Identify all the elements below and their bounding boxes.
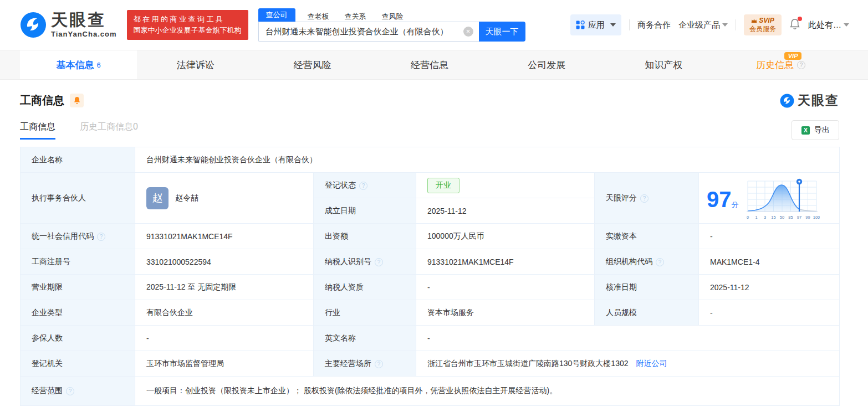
table-row: 企业类型 有限合伙企业 行业 资本市场服务 人员规模 - (21, 300, 840, 326)
score-unit: 分 (732, 200, 739, 209)
nearby-companies-link[interactable]: 附近公司 (636, 359, 667, 368)
business-scope-label: 经营范围 (32, 386, 63, 395)
help-icon[interactable] (375, 258, 383, 266)
tab-label: 基本信息 (56, 59, 94, 71)
establish-date-value: 2025-11-12 (427, 207, 467, 215)
search-input[interactable] (258, 22, 479, 42)
english-name-value: - (427, 334, 430, 343)
promo-banner: 都在用的商业查询工具 国家中小企业发展子基金旗下机构 (127, 10, 248, 40)
tab-intellectual-property[interactable]: 知识产权 (605, 50, 722, 79)
export-button[interactable]: X 导出 (792, 120, 839, 140)
divider (736, 19, 736, 30)
apps-menu[interactable]: 应用 (570, 14, 621, 35)
partner-name-link[interactable]: 赵令喆 (175, 193, 198, 203)
capital-label: 出资额 (325, 231, 348, 240)
account-menu[interactable]: 此处有… (808, 20, 849, 30)
help-icon[interactable] (66, 387, 74, 395)
svg-text:99: 99 (805, 215, 810, 220)
table-row: 企业名称 台州财通未来智能创业投资合伙企业（有限合伙） (21, 147, 840, 173)
table-row: 执行事务合伙人 赵 赵令喆 登记状态 开业 天眼评分 97分 (21, 173, 840, 198)
staff-size-value: - (710, 308, 713, 317)
registration-authority-value: 玉环市市场监督管理局 (146, 359, 224, 368)
help-icon[interactable] (359, 182, 367, 190)
search-tab-company[interactable]: 查公司 (258, 8, 295, 22)
svg-text:0: 0 (746, 215, 748, 220)
registration-status-label: 登记状态 (325, 181, 356, 189)
taxpayer-id-value: 91331021MAK1MCE14F (427, 258, 514, 266)
top-header: 天眼查 TianYanCha.com 都在用的商业查询工具 国家中小企业发展子基… (0, 0, 868, 50)
partner-avatar[interactable]: 赵 (146, 187, 169, 209)
help-icon[interactable] (656, 258, 664, 266)
tianyancha-logo-icon (780, 94, 794, 108)
company-name-value: 台州财通未来智能创业投资合伙企业（有限合伙） (146, 155, 317, 164)
org-code-value: MAK1MCE1-4 (710, 258, 759, 266)
enterprise-products-menu[interactable]: 企业级产品 (678, 20, 728, 30)
company-nav-tabs: 基本信息 6 法律诉讼 经营风险 经营信息 公司发展 知识产权 VIP 历史信息 (0, 50, 868, 80)
search-tab-relation[interactable]: 查关系 (345, 12, 366, 22)
company-name-label: 企业名称 (32, 155, 63, 164)
export-label: 导出 (814, 125, 830, 135)
tab-label: 历史信息 (756, 59, 794, 71)
tab-label: 知识产权 (645, 59, 682, 71)
search-tab-boss[interactable]: 查老板 (308, 12, 329, 22)
company-type-value: 有限合伙企业 (146, 308, 193, 317)
approval-date-label: 核准日期 (606, 282, 637, 291)
tab-company-development[interactable]: 公司发展 (488, 50, 605, 79)
tab-label: 公司发展 (528, 59, 565, 71)
bell-icon (73, 96, 81, 105)
score-distribution-chart: 0 1 3 15 50 85 97 99 100 (746, 177, 820, 222)
tab-label: 经营信息 (411, 59, 448, 71)
clear-search-icon[interactable] (463, 27, 473, 37)
crown-icon (751, 18, 757, 23)
search-tab-risk[interactable]: 查风险 (382, 12, 404, 22)
business-address-label: 主要经营场所 (325, 359, 371, 368)
divider (629, 19, 630, 30)
notification-red-dot (798, 17, 802, 21)
notifications-button[interactable] (789, 18, 800, 32)
table-row: 工商注册号 331021000522594 纳税人识别号 91331021MAK… (21, 249, 840, 275)
tab-label: 法律诉讼 (177, 59, 215, 71)
score-number: 97 (707, 187, 732, 212)
svg-text:15: 15 (771, 215, 775, 220)
svip-membership-button[interactable]: SVIP 会员服务 (744, 14, 782, 35)
tab-business-info[interactable]: 经营信息 (371, 50, 488, 79)
industry-value: 资本市场服务 (427, 308, 474, 317)
tianyancha-watermark: 天眼查 (780, 92, 839, 109)
org-code-label: 组织机构代码 (606, 257, 652, 266)
vip-badge: VIP (784, 52, 802, 60)
search-button[interactable]: 天眼一下 (479, 22, 525, 42)
registration-number-label: 工商注册号 (32, 257, 70, 266)
insured-count-label: 参保人数 (32, 333, 63, 342)
taxpayer-id-label: 纳税人识别号 (325, 257, 371, 266)
business-coop-link[interactable]: 商务合作 (637, 20, 671, 30)
subscribe-bell-button[interactable] (70, 94, 84, 107)
help-icon[interactable] (797, 61, 805, 69)
tab-operation-risk[interactable]: 经营风险 (254, 50, 371, 79)
svg-text:85: 85 (788, 215, 793, 220)
help-icon[interactable] (640, 194, 649, 203)
executive-partner-label: 执行事务合伙人 (32, 193, 86, 202)
tianyan-score-label: 天眼评分 (606, 193, 637, 202)
logo-domain: TianYanCha.com (51, 30, 117, 38)
help-icon[interactable] (97, 233, 105, 241)
paid-capital-label: 实缴资本 (606, 231, 637, 240)
help-icon[interactable] (375, 360, 383, 368)
tab-basic-info[interactable]: 基本信息 6 (20, 50, 137, 79)
tianyancha-logo[interactable]: 天眼查 TianYanCha.com (20, 12, 117, 38)
taxpayer-qualification-value: - (427, 283, 430, 292)
banner-line2: 国家中小企业发展子基金旗下机构 (134, 25, 242, 36)
subtab-business-registration[interactable]: 工商信息 (20, 121, 55, 140)
svip-sublabel: 会员服务 (749, 25, 776, 33)
logo-title: 天眼查 (51, 12, 117, 28)
table-row: 登记机关 玉环市市场监督管理局 主要经营场所 浙江省台州市玉环市玉城街道广陵南路… (21, 351, 840, 377)
tab-history-info[interactable]: VIP 历史信息 (722, 50, 839, 79)
account-label: 此处有… (808, 20, 841, 30)
company-type-label: 企业类型 (32, 308, 63, 317)
svg-text:X: X (804, 127, 808, 133)
svg-text:100: 100 (813, 215, 819, 220)
table-row: 统一社会信用代码 91331021MAK1MCE14F 出资额 100000万人… (21, 224, 840, 249)
business-address-value: 浙江省台州市玉环市玉城街道广陵南路130号财政大楼1302 (427, 359, 629, 368)
tab-legal-proceedings[interactable]: 法律诉讼 (137, 50, 254, 79)
subtab-history-registration[interactable]: 历史工商信息0 (80, 121, 138, 140)
watermark-text: 天眼查 (798, 92, 839, 109)
